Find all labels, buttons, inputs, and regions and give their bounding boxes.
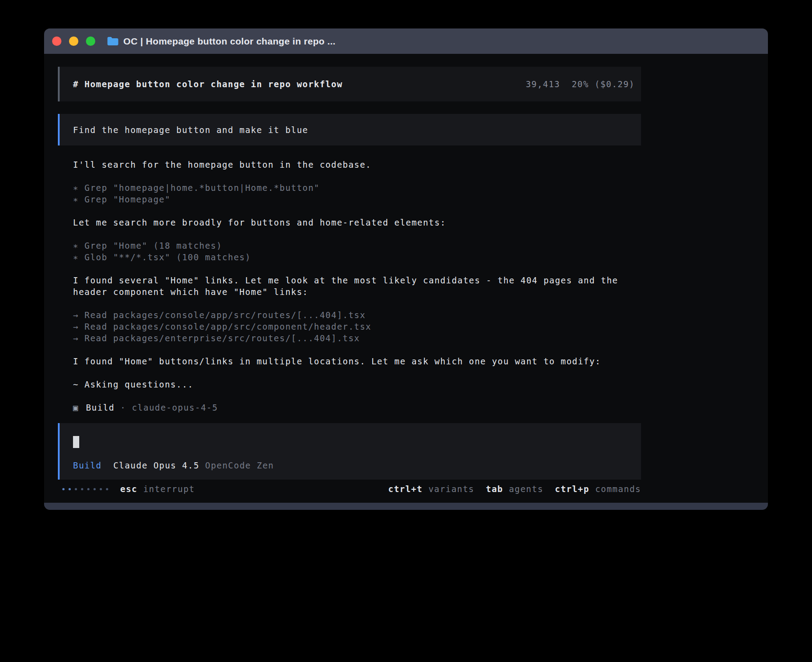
agent-name: Build bbox=[86, 402, 114, 413]
input-line[interactable] bbox=[73, 436, 635, 448]
spacer bbox=[73, 367, 641, 379]
session-stats: 39,413 20% ($0.29) bbox=[526, 78, 635, 90]
session-header: # Homepage button color change in repo w… bbox=[58, 67, 641, 101]
agent-icon: ▣ bbox=[73, 402, 79, 413]
commands-label: commands bbox=[595, 483, 641, 495]
tool-call: ∗ Grep "Home" (18 matches) bbox=[73, 240, 641, 251]
assistant-text: I found several "Home" links. Let me loo… bbox=[73, 274, 641, 298]
agent-model: claude-opus-4-5 bbox=[132, 402, 218, 413]
shortcut-commands: ctrl+p commands bbox=[555, 483, 641, 495]
terminal-body: # Homepage button color change in repo w… bbox=[44, 54, 768, 503]
spacer bbox=[73, 298, 641, 309]
spacer bbox=[73, 205, 641, 217]
assistant-text: I found "Home" buttons/links in multiple… bbox=[73, 355, 641, 367]
folder-icon bbox=[107, 36, 119, 46]
window-bottom-edge bbox=[44, 503, 768, 510]
variants-label: variants bbox=[428, 483, 474, 495]
assistant-transcript: I'll search for the homepage button in t… bbox=[73, 159, 641, 413]
separator-dot: · bbox=[120, 402, 126, 413]
spacer bbox=[73, 170, 641, 182]
spacer bbox=[73, 263, 641, 274]
assistant-text: I'll search for the homepage button in t… bbox=[73, 159, 641, 170]
spacer bbox=[73, 344, 641, 355]
esc-key: esc bbox=[120, 483, 138, 495]
tool-call: ∗ Grep "Homepage" bbox=[73, 194, 641, 205]
footer-shortcuts: ctrl+t variants tab agents ctrl+p comman… bbox=[388, 483, 641, 495]
window-titlebar[interactable]: OC | Homepage button color change in rep… bbox=[44, 28, 768, 54]
spacer bbox=[73, 228, 641, 240]
user-message: Find the homepage button and make it blu… bbox=[58, 114, 641, 145]
tab-key: tab bbox=[486, 483, 503, 495]
spacer bbox=[73, 390, 641, 402]
window-title: OC | Homepage button color change in rep… bbox=[123, 36, 336, 47]
spinner-icon bbox=[62, 488, 108, 490]
status-text: ~ Asking questions... bbox=[73, 379, 641, 390]
zoom-button[interactable] bbox=[86, 36, 95, 46]
agent-mode-label[interactable]: Build bbox=[73, 460, 102, 471]
model-label[interactable]: Claude Opus 4.5 bbox=[113, 460, 199, 471]
assistant-text: Let me search more broadly for buttons a… bbox=[73, 217, 641, 228]
tool-call: ∗ Grep "homepage|home.*button|Home.*butt… bbox=[73, 182, 641, 194]
close-button[interactable] bbox=[52, 36, 61, 46]
prompt-input[interactable]: Build Claude Opus 4.5 OpenCode Zen bbox=[58, 423, 641, 480]
ctrl-t-key: ctrl+t bbox=[388, 483, 422, 495]
agent-status-line: ▣ Build · claude-opus-4-5 bbox=[73, 402, 641, 413]
ctrl-p-key: ctrl+p bbox=[555, 483, 589, 495]
shortcut-agents: tab agents bbox=[486, 483, 544, 495]
text-cursor bbox=[73, 436, 79, 448]
user-message-text: Find the homepage button and make it blu… bbox=[73, 124, 308, 136]
agents-label: agents bbox=[509, 483, 543, 495]
traffic-lights bbox=[52, 36, 95, 46]
tool-call: ∗ Glob "**/*.tsx" (100 matches) bbox=[73, 251, 641, 263]
tool-call: → Read packages/console/app/src/routes/[… bbox=[73, 309, 641, 321]
desktop: OC | Homepage button color change in rep… bbox=[0, 0, 812, 662]
terminal-content: # Homepage button color change in repo w… bbox=[58, 54, 641, 495]
tool-call: → Read packages/enterprise/src/routes/[.… bbox=[73, 332, 641, 344]
esc-label: interrupt bbox=[143, 483, 195, 495]
status-footer: esc interrupt ctrl+t variants tab agents bbox=[58, 483, 641, 495]
terminal-window: OC | Homepage button color change in rep… bbox=[44, 28, 768, 510]
shortcut-variants: ctrl+t variants bbox=[388, 483, 474, 495]
tool-call: → Read packages/console/app/src/componen… bbox=[73, 321, 641, 332]
context-percent: 20% ($0.29) bbox=[572, 78, 635, 90]
provider-label: OpenCode Zen bbox=[205, 460, 274, 471]
session-title: # Homepage button color change in repo w… bbox=[73, 78, 343, 90]
minimize-button[interactable] bbox=[69, 36, 78, 46]
token-count: 39,413 bbox=[526, 78, 560, 90]
input-status-bar: Build Claude Opus 4.5 OpenCode Zen bbox=[73, 460, 635, 471]
footer-left: esc interrupt bbox=[58, 483, 195, 495]
